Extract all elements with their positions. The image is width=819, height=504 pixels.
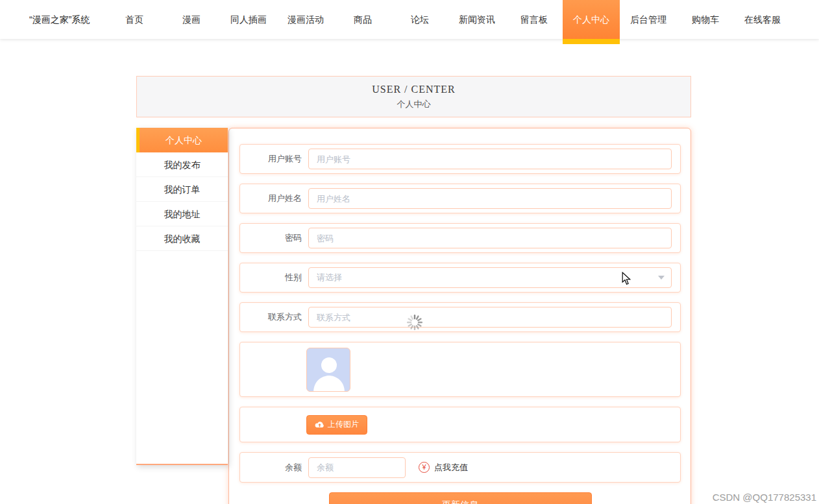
sidebar-item-user-center[interactable]: 个人中心 [136, 128, 228, 152]
gender-row: 性别 请选择 [239, 263, 681, 293]
sidebar-item-my-posts[interactable]: 我的发布 [136, 152, 228, 177]
nav-item-admin[interactable]: 后台管理 [620, 0, 677, 39]
account-row: 用户账号 [239, 144, 681, 174]
sidebar-item-my-favorites[interactable]: 我的收藏 [136, 226, 228, 251]
upload-image-button[interactable]: 上传图片 [306, 415, 367, 435]
balance-row: 余额 ¥ 点我充值 [239, 452, 681, 483]
nav-item-comics[interactable]: 漫画 [163, 0, 220, 39]
account-label: 用户账号 [240, 153, 302, 165]
site-title: “漫画之家”系统 [29, 0, 90, 39]
chevron-down-icon [658, 276, 665, 280]
balance-label: 余额 [240, 462, 302, 474]
yen-circle-icon: ¥ [419, 462, 430, 473]
contact-row: 联系方式 [239, 302, 681, 332]
recharge-link[interactable]: 点我充值 [434, 462, 468, 474]
nav-item-cart[interactable]: 购物车 [677, 0, 734, 39]
name-input[interactable] [308, 188, 672, 209]
profile-form-panel: 用户账号 用户姓名 密码 性别 请选择 联系方式 [228, 128, 691, 504]
account-input[interactable] [308, 149, 672, 169]
top-navbar: “漫画之家”系统 首页 漫画 同人插画 漫画活动 商品 论坛 新闻资讯 留言板 … [0, 0, 819, 39]
name-row: 用户姓名 [239, 184, 681, 213]
nav-menu: 首页 漫画 同人插画 漫画活动 商品 论坛 新闻资讯 留言板 个人中心 后台管理… [106, 0, 791, 39]
name-label: 用户姓名 [240, 193, 302, 204]
sidebar-item-my-address[interactable]: 我的地址 [136, 202, 228, 226]
contact-label: 联系方式 [240, 311, 302, 323]
gender-select-placeholder: 请选择 [317, 272, 342, 283]
avatar [306, 348, 350, 392]
cloud-upload-icon [315, 420, 324, 429]
nav-item-forum[interactable]: 论坛 [391, 0, 448, 39]
page-header: USER / CENTER 个人中心 [136, 76, 691, 117]
nav-item-products[interactable]: 商品 [334, 0, 391, 39]
nav-item-messageboard[interactable]: 留言板 [506, 0, 563, 39]
loading-spinner-icon [406, 314, 423, 333]
balance-input[interactable] [308, 457, 406, 478]
password-row: 密码 [239, 223, 681, 253]
gender-select[interactable]: 请选择 [308, 267, 672, 288]
password-label: 密码 [240, 232, 302, 244]
avatar-row [239, 342, 681, 397]
user-center-sidebar: 个人中心 我的发布 我的订单 我的地址 我的收藏 [136, 128, 228, 465]
sidebar-item-my-orders[interactable]: 我的订单 [136, 177, 228, 202]
page-title-en: USER / CENTER [372, 84, 456, 95]
nav-item-fanart[interactable]: 同人插画 [220, 0, 277, 39]
nav-item-support[interactable]: 在线客服 [734, 0, 791, 39]
person-icon [307, 348, 350, 392]
update-info-button[interactable]: 更新信息 [329, 492, 592, 504]
nav-item-events[interactable]: 漫画活动 [277, 0, 334, 39]
nav-item-home[interactable]: 首页 [106, 0, 163, 39]
page-title-zh: 个人中心 [397, 99, 431, 110]
nav-item-user-center[interactable]: 个人中心 [563, 0, 620, 39]
upload-button-label: 上传图片 [328, 419, 359, 430]
watermark-text: CSDN @QQ177825331 [713, 492, 816, 503]
nav-item-news[interactable]: 新闻资讯 [448, 0, 506, 39]
upload-row: 上传图片 [239, 407, 681, 442]
mouse-cursor-icon [622, 272, 631, 288]
contact-input[interactable] [308, 307, 672, 328]
gender-label: 性别 [240, 272, 302, 283]
password-input[interactable] [308, 228, 672, 248]
